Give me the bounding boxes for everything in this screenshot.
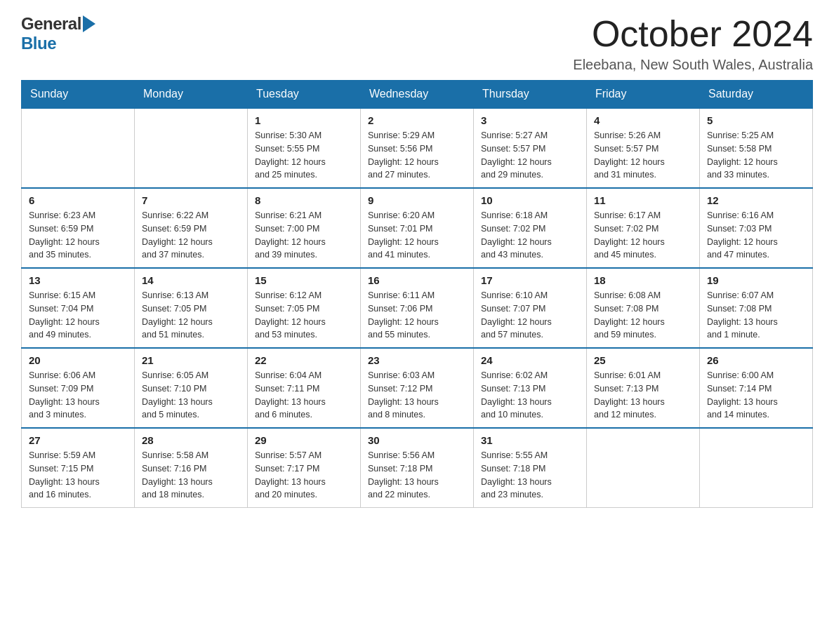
day-info: Sunrise: 5:56 AM Sunset: 7:18 PM Dayligh…: [368, 449, 466, 502]
weekday-header-friday: Friday: [587, 81, 700, 109]
day-info: Sunrise: 5:59 AM Sunset: 7:15 PM Dayligh…: [29, 449, 127, 502]
day-info: Sunrise: 6:18 AM Sunset: 7:02 PM Dayligh…: [481, 209, 579, 262]
calendar-cell: 19Sunrise: 6:07 AM Sunset: 7:08 PM Dayli…: [700, 268, 813, 348]
calendar-cell: 18Sunrise: 6:08 AM Sunset: 7:08 PM Dayli…: [587, 268, 700, 348]
day-number: 26: [707, 354, 805, 366]
day-number: 7: [142, 194, 240, 206]
calendar-cell: 3Sunrise: 5:27 AM Sunset: 5:57 PM Daylig…: [474, 108, 587, 188]
day-info: Sunrise: 6:03 AM Sunset: 7:12 PM Dayligh…: [368, 369, 466, 422]
day-info: Sunrise: 5:57 AM Sunset: 7:17 PM Dayligh…: [255, 449, 353, 502]
calendar-cell: 12Sunrise: 6:16 AM Sunset: 7:03 PM Dayli…: [700, 188, 813, 268]
day-info: Sunrise: 6:06 AM Sunset: 7:09 PM Dayligh…: [29, 369, 127, 422]
day-info: Sunrise: 6:15 AM Sunset: 7:04 PM Dayligh…: [29, 289, 127, 342]
calendar-cell: 9Sunrise: 6:20 AM Sunset: 7:01 PM Daylig…: [361, 188, 474, 268]
weekday-header-sunday: Sunday: [22, 81, 135, 109]
day-number: 1: [255, 114, 353, 126]
day-number: 21: [142, 354, 240, 366]
day-info: Sunrise: 6:02 AM Sunset: 7:13 PM Dayligh…: [481, 369, 579, 422]
calendar-cell: 5Sunrise: 5:25 AM Sunset: 5:58 PM Daylig…: [700, 108, 813, 188]
calendar-cell: 14Sunrise: 6:13 AM Sunset: 7:05 PM Dayli…: [135, 268, 248, 348]
day-info: Sunrise: 6:00 AM Sunset: 7:14 PM Dayligh…: [707, 369, 805, 422]
day-number: 22: [255, 354, 353, 366]
logo-arrow-icon: [83, 15, 95, 32]
calendar-cell: 2Sunrise: 5:29 AM Sunset: 5:56 PM Daylig…: [361, 108, 474, 188]
calendar-cell: 26Sunrise: 6:00 AM Sunset: 7:14 PM Dayli…: [700, 348, 813, 428]
calendar-cell: 17Sunrise: 6:10 AM Sunset: 7:07 PM Dayli…: [474, 268, 587, 348]
day-number: 8: [255, 194, 353, 206]
day-number: 4: [594, 114, 692, 126]
month-title: October 2024: [573, 14, 813, 54]
calendar-cell: 29Sunrise: 5:57 AM Sunset: 7:17 PM Dayli…: [248, 428, 361, 508]
day-number: 30: [368, 434, 466, 446]
weekday-header-row: SundayMondayTuesdayWednesdayThursdayFrid…: [22, 81, 813, 109]
calendar-cell: [22, 108, 135, 188]
day-info: Sunrise: 6:16 AM Sunset: 7:03 PM Dayligh…: [707, 209, 805, 262]
calendar-cell: 1Sunrise: 5:30 AM Sunset: 5:55 PM Daylig…: [248, 108, 361, 188]
weekday-header-saturday: Saturday: [700, 81, 813, 109]
logo: General Blue: [21, 14, 95, 53]
calendar-cell: 7Sunrise: 6:22 AM Sunset: 6:59 PM Daylig…: [135, 188, 248, 268]
day-info: Sunrise: 6:13 AM Sunset: 7:05 PM Dayligh…: [142, 289, 240, 342]
calendar-cell: 31Sunrise: 5:55 AM Sunset: 7:18 PM Dayli…: [474, 428, 587, 508]
calendar-cell: 22Sunrise: 6:04 AM Sunset: 7:11 PM Dayli…: [248, 348, 361, 428]
day-number: 10: [481, 194, 579, 206]
day-info: Sunrise: 6:17 AM Sunset: 7:02 PM Dayligh…: [594, 209, 692, 262]
day-info: Sunrise: 5:26 AM Sunset: 5:57 PM Dayligh…: [594, 129, 692, 182]
day-number: 15: [255, 274, 353, 286]
day-info: Sunrise: 6:22 AM Sunset: 6:59 PM Dayligh…: [142, 209, 240, 262]
calendar-cell: 24Sunrise: 6:02 AM Sunset: 7:13 PM Dayli…: [474, 348, 587, 428]
calendar-week-4: 20Sunrise: 6:06 AM Sunset: 7:09 PM Dayli…: [22, 348, 813, 428]
day-info: Sunrise: 6:12 AM Sunset: 7:05 PM Dayligh…: [255, 289, 353, 342]
calendar-cell: 6Sunrise: 6:23 AM Sunset: 6:59 PM Daylig…: [22, 188, 135, 268]
logo-text-general: General: [21, 14, 81, 34]
calendar-cell: [587, 428, 700, 508]
day-number: 29: [255, 434, 353, 446]
calendar-cell: 8Sunrise: 6:21 AM Sunset: 7:00 PM Daylig…: [248, 188, 361, 268]
day-number: 5: [707, 114, 805, 126]
calendar-week-5: 27Sunrise: 5:59 AM Sunset: 7:15 PM Dayli…: [22, 428, 813, 508]
day-info: Sunrise: 6:21 AM Sunset: 7:00 PM Dayligh…: [255, 209, 353, 262]
day-number: 28: [142, 434, 240, 446]
weekday-header-monday: Monday: [135, 81, 248, 109]
day-info: Sunrise: 6:01 AM Sunset: 7:13 PM Dayligh…: [594, 369, 692, 422]
weekday-header-tuesday: Tuesday: [248, 81, 361, 109]
calendar-cell: 15Sunrise: 6:12 AM Sunset: 7:05 PM Dayli…: [248, 268, 361, 348]
day-info: Sunrise: 6:23 AM Sunset: 6:59 PM Dayligh…: [29, 209, 127, 262]
page-header: General Blue October 2024 Eleebana, New …: [21, 14, 813, 73]
calendar-cell: 20Sunrise: 6:06 AM Sunset: 7:09 PM Dayli…: [22, 348, 135, 428]
day-info: Sunrise: 5:29 AM Sunset: 5:56 PM Dayligh…: [368, 129, 466, 182]
calendar-cell: [700, 428, 813, 508]
day-info: Sunrise: 6:05 AM Sunset: 7:10 PM Dayligh…: [142, 369, 240, 422]
location-text: Eleebana, New South Wales, Australia: [573, 57, 813, 73]
day-number: 6: [29, 194, 127, 206]
calendar-table: SundayMondayTuesdayWednesdayThursdayFrid…: [21, 80, 813, 508]
day-info: Sunrise: 5:30 AM Sunset: 5:55 PM Dayligh…: [255, 129, 353, 182]
calendar-cell: 21Sunrise: 6:05 AM Sunset: 7:10 PM Dayli…: [135, 348, 248, 428]
day-info: Sunrise: 6:07 AM Sunset: 7:08 PM Dayligh…: [707, 289, 805, 342]
weekday-header-thursday: Thursday: [474, 81, 587, 109]
day-info: Sunrise: 6:04 AM Sunset: 7:11 PM Dayligh…: [255, 369, 353, 422]
title-area: October 2024 Eleebana, New South Wales, …: [573, 14, 813, 73]
day-number: 27: [29, 434, 127, 446]
day-number: 19: [707, 274, 805, 286]
calendar-cell: 10Sunrise: 6:18 AM Sunset: 7:02 PM Dayli…: [474, 188, 587, 268]
calendar-cell: 25Sunrise: 6:01 AM Sunset: 7:13 PM Dayli…: [587, 348, 700, 428]
calendar-cell: 27Sunrise: 5:59 AM Sunset: 7:15 PM Dayli…: [22, 428, 135, 508]
day-info: Sunrise: 5:55 AM Sunset: 7:18 PM Dayligh…: [481, 449, 579, 502]
day-number: 14: [142, 274, 240, 286]
calendar-cell: 4Sunrise: 5:26 AM Sunset: 5:57 PM Daylig…: [587, 108, 700, 188]
day-number: 24: [481, 354, 579, 366]
day-number: 11: [594, 194, 692, 206]
day-number: 20: [29, 354, 127, 366]
day-info: Sunrise: 6:08 AM Sunset: 7:08 PM Dayligh…: [594, 289, 692, 342]
day-info: Sunrise: 6:20 AM Sunset: 7:01 PM Dayligh…: [368, 209, 466, 262]
weekday-header-wednesday: Wednesday: [361, 81, 474, 109]
day-number: 2: [368, 114, 466, 126]
day-number: 23: [368, 354, 466, 366]
calendar-cell: 28Sunrise: 5:58 AM Sunset: 7:16 PM Dayli…: [135, 428, 248, 508]
day-info: Sunrise: 5:27 AM Sunset: 5:57 PM Dayligh…: [481, 129, 579, 182]
calendar-cell: 23Sunrise: 6:03 AM Sunset: 7:12 PM Dayli…: [361, 348, 474, 428]
day-info: Sunrise: 5:25 AM Sunset: 5:58 PM Dayligh…: [707, 129, 805, 182]
calendar-cell: 30Sunrise: 5:56 AM Sunset: 7:18 PM Dayli…: [361, 428, 474, 508]
calendar-cell: 11Sunrise: 6:17 AM Sunset: 7:02 PM Dayli…: [587, 188, 700, 268]
